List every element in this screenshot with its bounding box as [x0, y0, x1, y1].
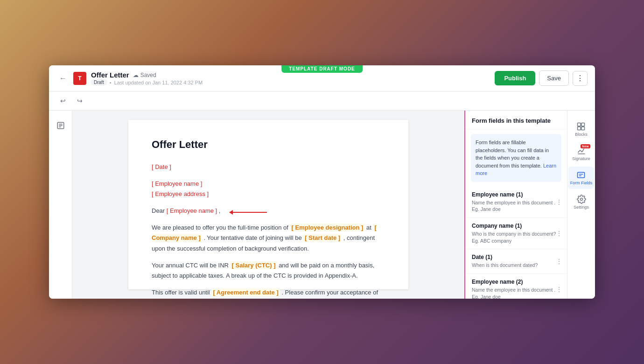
field-desc-employee-2: Name the employee in this document . Eg.…	[472, 287, 560, 299]
settings-label: Settings	[574, 205, 589, 210]
dear-line: Dear [ Employee name ] ,	[152, 206, 385, 216]
doc-meta: Draft • Last updated on Jan 11, 2022 4:3…	[91, 79, 495, 85]
blocks-label: Blocks	[575, 132, 588, 137]
svg-rect-5	[581, 123, 585, 126]
field-desc-employee-1: Name the employee in this document . Eg.…	[472, 199, 560, 213]
new-badge: New	[581, 144, 590, 148]
svg-point-12	[580, 198, 582, 201]
cloud-icon: ☁	[133, 72, 139, 78]
salary-ctc-field[interactable]: [ Salary (CTC) ]	[231, 261, 277, 269]
form-field-item-company-name-1[interactable]: Company name (1) Who is the company in t…	[465, 218, 567, 249]
form-fields-panel: Form fields in this template Form fields…	[464, 111, 567, 299]
arrow-annotation	[226, 212, 267, 213]
start-date-field[interactable]: [ Start date ]	[303, 234, 342, 242]
document-canvas: Offer Letter [ Date ] [ Employee name ] …	[72, 111, 464, 299]
right-icons-panel: Blocks New Signature Form Fields	[567, 111, 595, 299]
paragraph-2: Your annual CTC will be INR [ Salary (CT…	[152, 260, 385, 281]
top-actions: Publish Save ⋮	[495, 70, 588, 86]
form-fields-label: Form Fields	[570, 181, 593, 185]
svg-rect-4	[578, 123, 581, 126]
form-field-item-employee-name-2[interactable]: Employee name (2) Name the employee in t…	[465, 274, 567, 299]
field-more-icon-1[interactable]: ⋮	[556, 198, 562, 206]
settings-icon	[577, 195, 586, 204]
publish-button[interactable]: Publish	[495, 71, 535, 85]
saved-status: ☁ Saved	[133, 72, 156, 78]
field-name-employee-2: Employee name (2)	[472, 279, 560, 285]
signature-nav-item[interactable]: New Signature	[570, 142, 592, 165]
form-field-item-employee-name-1[interactable]: Employee name (1) Name the employee in t…	[465, 187, 567, 218]
doc-title-text: Offer Letter	[91, 71, 129, 79]
more-options-button[interactable]: ⋮	[573, 71, 588, 86]
toolbar: ↩ ↪	[49, 91, 595, 111]
svg-rect-9	[578, 172, 585, 178]
signature-label: Signature	[572, 156, 590, 161]
doc-info: Offer Letter ☁ Saved Draft • Last update…	[91, 71, 495, 85]
svg-rect-6	[578, 127, 581, 130]
form-field-item-date-1[interactable]: Date (1) When is this document dated? ⋮	[465, 249, 567, 274]
back-button[interactable]: ←	[56, 72, 70, 85]
main-area: Offer Letter [ Date ] [ Employee name ] …	[49, 111, 595, 299]
field-desc-date-1: When is this document dated?	[472, 262, 560, 269]
save-button[interactable]: Save	[539, 70, 569, 86]
doc-icon: T	[73, 72, 86, 85]
employee-name-field-2[interactable]: [ Employee name ]	[167, 207, 217, 214]
field-more-icon-4[interactable]: ⋮	[556, 286, 562, 293]
field-desc-company-1: Who is the company in this document? Eg.…	[472, 231, 560, 244]
document-outline-icon[interactable]	[53, 118, 68, 133]
draft-badge: Draft	[91, 79, 107, 85]
last-updated: Last updated on Jan 11, 2022 4:32 PM	[114, 80, 203, 85]
field-name-date-1: Date (1)	[472, 254, 560, 260]
blocks-icon	[576, 122, 586, 131]
paragraph-1: We are pleased to offer you the full-tim…	[152, 223, 385, 253]
employee-designation-field[interactable]: [ Employee designation ]	[290, 224, 365, 231]
settings-nav-item[interactable]: Settings	[572, 191, 591, 213]
field-more-icon-3[interactable]: ⋮	[556, 258, 562, 265]
svg-rect-7	[581, 127, 585, 130]
draft-mode-banner: TEMPLATE DRAFT MODE	[281, 65, 363, 73]
dear-text: Dear	[152, 207, 165, 214]
redo-button[interactable]: ↪	[73, 94, 86, 107]
employee-address-field[interactable]: [ Employee address ]	[152, 190, 209, 197]
date-field[interactable]: [ Date ]	[152, 163, 171, 170]
employee-name-field-1[interactable]: [ Employee name ]	[152, 180, 202, 187]
form-fields-icon	[576, 170, 586, 180]
field-name-employee-1: Employee name (1)	[472, 191, 560, 198]
field-name-company-1: Company name (1)	[472, 223, 560, 229]
left-sidebar	[49, 111, 72, 299]
employee-fields-block: [ Employee name ] [ Employee address ]	[152, 179, 385, 199]
document-page: Offer Letter [ Date ] [ Employee name ] …	[128, 120, 408, 289]
paragraph-3: This offer is valid until [ Agreement en…	[152, 287, 385, 299]
date-line: [ Date ]	[152, 162, 385, 172]
info-box: Form fields are fillable placeholders. Y…	[471, 134, 561, 182]
undo-button[interactable]: ↩	[56, 94, 70, 107]
panel-header: Form fields in this template	[465, 111, 567, 129]
blocks-nav-item[interactable]: Blocks	[573, 118, 589, 140]
agreement-end-date-field[interactable]: [ Agreement end date ]	[211, 288, 280, 296]
form-fields-nav-item[interactable]: Form Fields	[568, 167, 595, 189]
field-more-icon-2[interactable]: ⋮	[556, 230, 562, 237]
document-title: Offer Letter	[152, 139, 385, 151]
